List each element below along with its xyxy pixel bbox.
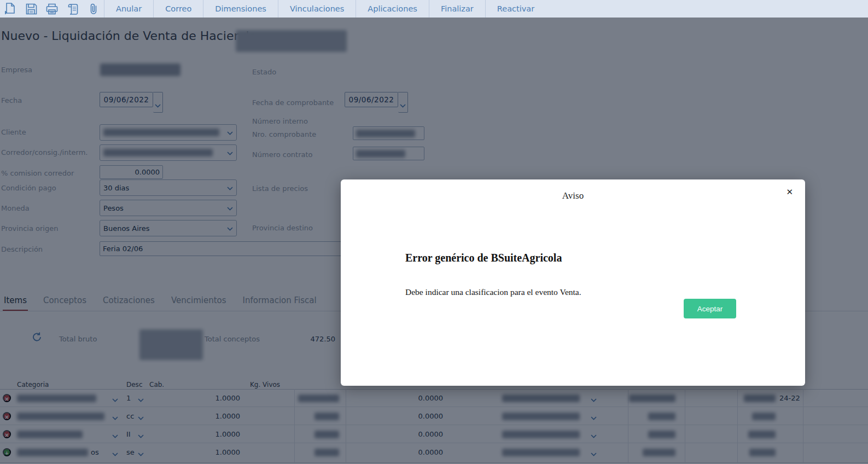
aviso-dialog: Aviso ✕ Error genérico de BSuiteAgricola… — [341, 179, 805, 386]
print-icon — [46, 3, 58, 15]
app-screen: Anular Correo Dimensiones Vinculaciones … — [0, 0, 868, 464]
toolbar: Anular Correo Dimensiones Vinculaciones … — [0, 0, 868, 18]
dialog-title: Aviso — [341, 190, 805, 201]
toolbar-button-finalizar[interactable]: Finalizar — [429, 0, 485, 18]
toolbar-button-dimensiones[interactable]: Dimensiones — [203, 0, 278, 18]
new-document-button[interactable] — [0, 0, 21, 18]
paperclip-icon — [89, 3, 98, 15]
new-document-icon — [5, 3, 16, 15]
toolbar-button-aplicaciones[interactable]: Aplicaciones — [356, 0, 429, 18]
aceptar-button[interactable]: Aceptar — [684, 299, 736, 318]
close-icon[interactable]: ✕ — [786, 187, 793, 197]
error-heading: Error genérico de BSuiteAgricola — [405, 252, 562, 264]
toolbar-button-anular[interactable]: Anular — [104, 0, 153, 18]
print-button[interactable] — [42, 0, 62, 18]
error-message: Debe indicar una clasificacion para el e… — [405, 287, 581, 297]
receipt-button[interactable] — [62, 0, 83, 18]
attachment-button[interactable] — [83, 0, 104, 18]
toolbar-button-vinculaciones[interactable]: Vinculaciones — [278, 0, 356, 18]
receipt-icon — [67, 3, 79, 15]
save-icon — [26, 3, 37, 15]
save-button[interactable] — [21, 0, 42, 18]
toolbar-button-correo[interactable]: Correo — [154, 0, 203, 18]
toolbar-button-reactivar[interactable]: Reactivar — [486, 0, 546, 18]
